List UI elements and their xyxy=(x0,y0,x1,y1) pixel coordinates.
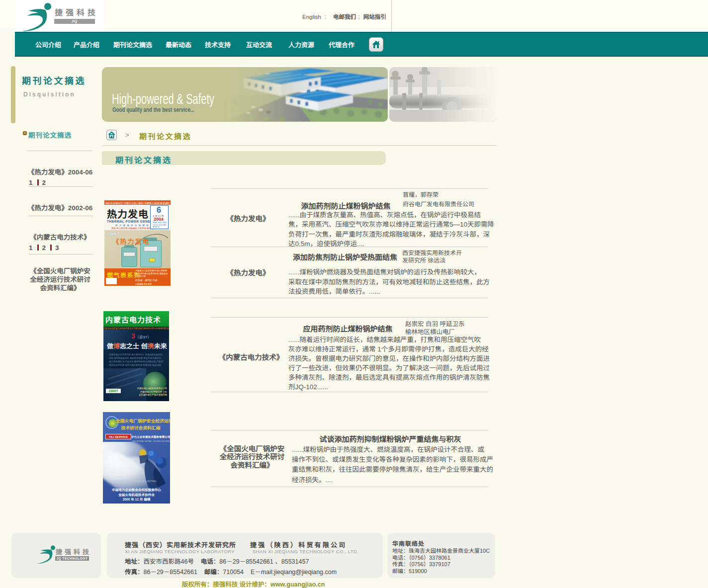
svg-text:Good quality and the best serv: Good quality and the best service... xyxy=(112,106,194,113)
svg-text:High-powered & Safety: High-powered & Safety xyxy=(112,91,214,107)
